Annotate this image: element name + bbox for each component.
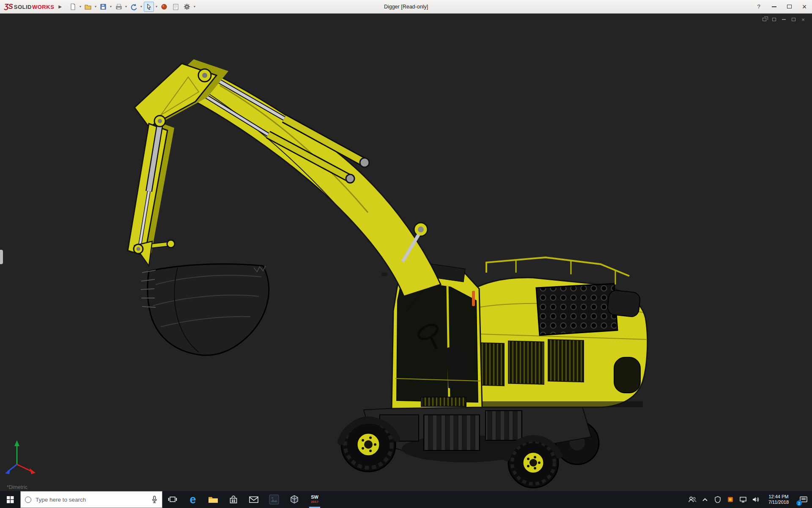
undo-icon[interactable] — [129, 2, 139, 12]
people-icon — [688, 496, 697, 503]
graphics-viewport[interactable]: × — [0, 14, 812, 491]
engine-body[interactable] — [463, 257, 647, 407]
app-icon-file-explorer[interactable] — [203, 491, 223, 508]
select-tool-icon[interactable] — [144, 2, 154, 12]
search-input[interactable] — [36, 497, 147, 503]
taskbar-clock[interactable]: 12:44 PM 7/11/2018 — [762, 491, 795, 508]
brand-works: WORKS — [32, 4, 54, 10]
solidworks-logo: ƷS SOLIDWORKS — [4, 3, 54, 11]
windows-logo-icon — [7, 496, 14, 503]
network-button[interactable] — [737, 491, 749, 508]
clock-time: 12:44 PM — [768, 494, 788, 500]
start-button[interactable] — [0, 491, 20, 508]
system-tray: 12:44 PM 7/11/2018 2 — [686, 491, 812, 508]
app-icon-photos[interactable] — [264, 491, 284, 508]
print-dropdown-caret-icon[interactable]: ▾ — [125, 5, 127, 8]
orientation-triad[interactable] — [5, 440, 36, 474]
maximize-icon — [787, 5, 792, 8]
clock-date: 7/11/2018 — [768, 500, 789, 505]
titlebar: ƷS SOLIDWORKS ▶ ▾ ▾ ▾ ▾ ▾ ▾ — [0, 0, 812, 14]
chevron-up-icon — [702, 497, 708, 502]
digger-3d-model[interactable] — [0, 14, 812, 491]
undo-dropdown-caret-icon[interactable]: ▾ — [140, 5, 142, 8]
select-dropdown-caret-icon[interactable]: ▾ — [156, 5, 157, 8]
boom-arm[interactable] — [195, 75, 441, 296]
tray-app-button[interactable] — [724, 491, 737, 508]
tray-color-icon — [727, 497, 733, 502]
open-folder-icon[interactable] — [83, 2, 93, 12]
doc-restore-icon[interactable] — [761, 17, 767, 22]
new-dropdown-caret-icon[interactable]: ▾ — [80, 5, 81, 8]
app-icon-3d-viewer[interactable] — [284, 491, 304, 508]
windows-taskbar: e SW — [0, 491, 812, 508]
sphere-icon[interactable] — [159, 2, 169, 12]
cortana-icon[interactable] — [25, 497, 31, 503]
new-document-icon[interactable] — [68, 2, 78, 12]
file-explorer-icon — [208, 495, 218, 504]
solidworks-icon: SW 2017 — [311, 495, 318, 504]
options-gear-icon[interactable] — [182, 2, 192, 12]
feature-tree-collapse-tab[interactable] — [0, 250, 3, 264]
solidworks-icon-year: 2017 — [311, 500, 318, 504]
microphone-icon[interactable] — [151, 496, 158, 503]
close-button[interactable]: × — [797, 0, 812, 13]
cube-icon — [289, 494, 299, 505]
window-controls: ? × — [751, 0, 812, 13]
bucket[interactable] — [141, 264, 269, 356]
doc-maximize-icon[interactable] — [790, 17, 796, 22]
doc-minimize-icon[interactable] — [781, 17, 787, 22]
tray-overflow-button[interactable] — [699, 491, 711, 508]
tray-security-button[interactable] — [711, 491, 724, 508]
app-icon-store[interactable] — [223, 491, 244, 508]
minimize-icon — [772, 6, 776, 7]
volume-button[interactable] — [749, 491, 762, 508]
task-view-button[interactable] — [162, 491, 183, 508]
task-view-icon — [168, 496, 177, 503]
document-window-controls: × — [761, 17, 806, 22]
options-dropdown-caret-icon[interactable]: ▾ — [194, 5, 195, 8]
open-dropdown-caret-icon[interactable]: ▾ — [95, 5, 96, 8]
save-dropdown-caret-icon[interactable]: ▾ — [110, 5, 112, 8]
notification-badge: 2 — [796, 500, 802, 506]
menu-expand-arrow-icon[interactable]: ▶ — [58, 4, 62, 9]
print-icon[interactable] — [113, 2, 123, 12]
doc-close-icon[interactable]: × — [800, 17, 806, 22]
app-icon-edge[interactable]: e — [183, 491, 203, 508]
maximize-button[interactable] — [782, 0, 797, 13]
speaker-icon — [752, 497, 760, 502]
action-center-button[interactable]: 2 — [795, 491, 812, 508]
app-icon-solidworks[interactable]: SW 2017 — [304, 491, 325, 508]
shield-icon — [715, 496, 721, 503]
taskbar-search[interactable] — [20, 491, 162, 508]
photos-icon — [269, 494, 279, 505]
doc-window-icon[interactable] — [771, 17, 777, 22]
mail-icon — [249, 496, 259, 503]
minimize-button[interactable] — [766, 0, 782, 13]
properties-sheet-icon[interactable] — [170, 2, 181, 12]
main-toolbar: ▾ ▾ ▾ ▾ ▾ ▾ ▾ — [68, 2, 196, 12]
view-orientation-label: *Dimetric — [7, 484, 27, 490]
store-icon — [229, 495, 238, 504]
solidworks-icon-text: SW — [311, 495, 318, 500]
3ds-logo-icon: ƷS — [4, 3, 13, 11]
help-button[interactable]: ? — [751, 0, 766, 13]
network-icon — [739, 497, 747, 502]
save-icon[interactable] — [98, 2, 108, 12]
edge-icon: e — [189, 494, 196, 505]
brand-solid: SOLID — [14, 4, 32, 10]
app-icon-mail[interactable] — [244, 491, 264, 508]
people-button[interactable] — [686, 491, 699, 508]
